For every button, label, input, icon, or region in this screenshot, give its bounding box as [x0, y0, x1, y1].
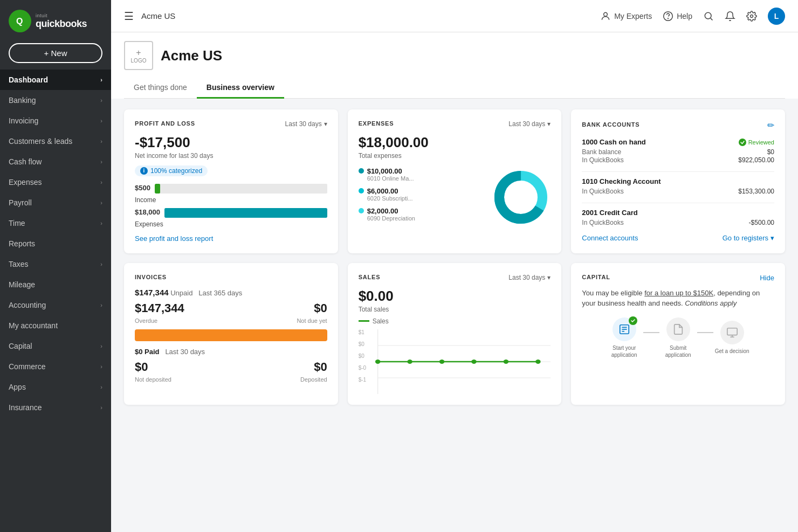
sales-line-chart: [359, 329, 551, 394]
sidebar-item-label: Dashboard: [9, 75, 48, 84]
sales-subtitle: Total sales: [359, 306, 551, 313]
intuit-label: intuit: [36, 13, 87, 18]
sidebar-item-label: Reports: [9, 239, 35, 248]
expenses-card: EXPENSES Last 30 days ▾ $18,000.00 Total…: [348, 109, 562, 253]
sidebar-item-time[interactable]: Time ›: [0, 213, 111, 233]
y-label-1: $1: [359, 329, 364, 335]
chevron-right-icon: ›: [100, 343, 102, 349]
legend-amount-3: $2,000.00: [367, 207, 415, 215]
chevron-right-icon: ›: [100, 384, 102, 390]
company-header: + LOGO Acme US: [124, 41, 785, 70]
pnl-report-link[interactable]: See profit and loss report: [135, 234, 327, 243]
sidebar-item-banking[interactable]: Banking ›: [0, 90, 111, 110]
sidebar-item-dashboard[interactable]: Dashboard ›: [0, 70, 111, 90]
logo-placeholder-text: LOGO: [131, 58, 147, 64]
info-icon: i: [140, 167, 148, 175]
new-button[interactable]: + New: [9, 43, 102, 63]
sidebar-item-capital[interactable]: Capital ›: [0, 336, 111, 356]
capital-hide-link[interactable]: Hide: [760, 274, 774, 282]
sidebar-item-label: Expenses: [9, 178, 42, 186]
capital-card: CAPITAL Hide You may be eligible for a l…: [571, 263, 785, 405]
quickbooks-logo-icon[interactable]: Q: [9, 10, 31, 32]
sidebar-item-payroll[interactable]: Payroll ›: [0, 192, 111, 213]
donut-container: $10,000.00 6010 Online Ma... $6,000.00 6…: [359, 167, 551, 227]
sidebar-item-label: Time: [9, 219, 25, 227]
sidebar-item-apps[interactable]: Apps ›: [0, 377, 111, 397]
capital-description: You may be eligible for a loan up to $15…: [582, 288, 774, 309]
invoices-deposited-row: $0 $0: [135, 360, 327, 374]
notifications-button[interactable]: [725, 11, 735, 22]
expenses-filter[interactable]: Last 30 days ▾: [508, 120, 551, 128]
search-button[interactable]: [703, 11, 714, 22]
header-company-name: Acme US: [141, 11, 175, 20]
connect-accounts-link[interactable]: Connect accounts: [582, 234, 638, 242]
legend-amount-1: $10,000.00: [367, 167, 414, 175]
settings-button[interactable]: [746, 11, 757, 22]
sidebar-item-my-accountant[interactable]: My accountant: [0, 315, 111, 336]
pnl-badge: i 100% categorized: [135, 165, 208, 176]
bank-account-1: 1000 Cash on hand Reviewed Bank balance …: [582, 138, 774, 164]
not-deposited-label: Not deposited: [135, 376, 171, 383]
sidebar: Q intuit quickbooks + New Dashboard › Ba…: [0, 0, 111, 532]
legend-item-1: $10,000.00 6010 Online Ma...: [359, 167, 483, 182]
company-logo-upload[interactable]: + LOGO: [124, 41, 153, 70]
legend-dot-2: [359, 188, 364, 194]
dashboard-row-1: PROFIT AND LOSS Last 30 days ▾ -$17,500 …: [124, 109, 785, 253]
expenses-legend: $10,000.00 6010 Online Ma... $6,000.00 6…: [359, 167, 483, 227]
sales-filter[interactable]: Last 30 days ▾: [508, 274, 551, 281]
expenses-card-header: EXPENSES Last 30 days ▾: [359, 120, 551, 129]
sidebar-item-label: Capital: [9, 342, 32, 350]
sidebar-item-accounting[interactable]: Accounting ›: [0, 295, 111, 315]
sidebar-item-expenses[interactable]: Expenses ›: [0, 172, 111, 192]
card-header: PROFIT AND LOSS Last 30 days ▾: [135, 120, 327, 129]
bank-account-name-3: 2001 Credit Card: [582, 209, 774, 217]
plus-icon: +: [136, 48, 141, 58]
expenses-bar-row: $18,000 Expenses: [135, 208, 327, 228]
sidebar-item-label: Invoicing: [9, 116, 38, 125]
bank-account-3: 2001 Credit Card In QuickBooks -$500.00: [582, 209, 774, 226]
sidebar-logo: Q intuit quickbooks: [0, 0, 111, 39]
tab-get-things-done[interactable]: Get things done: [124, 78, 197, 99]
chevron-down-icon: ▾: [324, 120, 327, 128]
legend-line: [359, 320, 369, 322]
legend-label-1: 6010 Online Ma...: [367, 175, 414, 182]
capital-step-3: Get a decision: [713, 321, 751, 355]
dashboard-content: PROFIT AND LOSS Last 30 days ▾ -$17,500 …: [111, 99, 798, 532]
step-label-1: Start your application: [606, 344, 643, 358]
deposited-label: Deposited: [300, 376, 327, 383]
not-deposited-amount: $0: [135, 360, 148, 374]
invoices-card-header: INVOICES: [135, 274, 327, 282]
sidebar-item-mileage[interactable]: Mileage: [0, 274, 111, 295]
company-page-title: Acme US: [161, 47, 222, 64]
gear-icon: [746, 11, 757, 22]
help-button[interactable]: Help: [663, 11, 692, 22]
chevron-down-icon: ▾: [771, 234, 774, 242]
menu-button[interactable]: ☰: [124, 10, 134, 23]
sidebar-item-invoicing[interactable]: Invoicing ›: [0, 110, 111, 131]
profit-loss-title: PROFIT AND LOSS: [135, 120, 195, 127]
svg-point-6: [751, 15, 753, 17]
help-icon: [663, 11, 673, 22]
sidebar-item-reports[interactable]: Reports: [0, 233, 111, 254]
capital-header: CAPITAL Hide: [582, 274, 774, 282]
sidebar-item-label: Taxes: [9, 260, 29, 268]
edit-icon[interactable]: ✏: [767, 120, 774, 130]
expenses-label: Expenses: [135, 220, 327, 228]
goto-registers-link[interactable]: Go to registers ▾: [723, 234, 774, 242]
chevron-right-icon: ›: [100, 404, 102, 411]
user-avatar[interactable]: L: [768, 8, 785, 25]
invoices-paid-label: $0 Paid Last 30 days: [135, 348, 327, 356]
profit-loss-filter[interactable]: Last 30 days ▾: [285, 120, 327, 128]
sidebar-item-commerce[interactable]: Commerce ›: [0, 356, 111, 377]
bank-row-balance: Bank balance $0: [582, 148, 774, 156]
sidebar-item-insurance[interactable]: Insurance ›: [0, 397, 111, 418]
svg-point-2: [604, 12, 608, 16]
sidebar-item-taxes[interactable]: Taxes ›: [0, 254, 111, 274]
step-badge-icon: [629, 316, 637, 325]
chevron-right-icon: ›: [100, 118, 102, 124]
bell-icon: [725, 11, 735, 22]
tab-business-overview[interactable]: Business overview: [197, 78, 284, 99]
sidebar-item-customers-leads[interactable]: Customers & leads ›: [0, 131, 111, 151]
my-experts-button[interactable]: My Experts: [600, 11, 652, 22]
sidebar-item-cash-flow[interactable]: Cash flow ›: [0, 151, 111, 172]
